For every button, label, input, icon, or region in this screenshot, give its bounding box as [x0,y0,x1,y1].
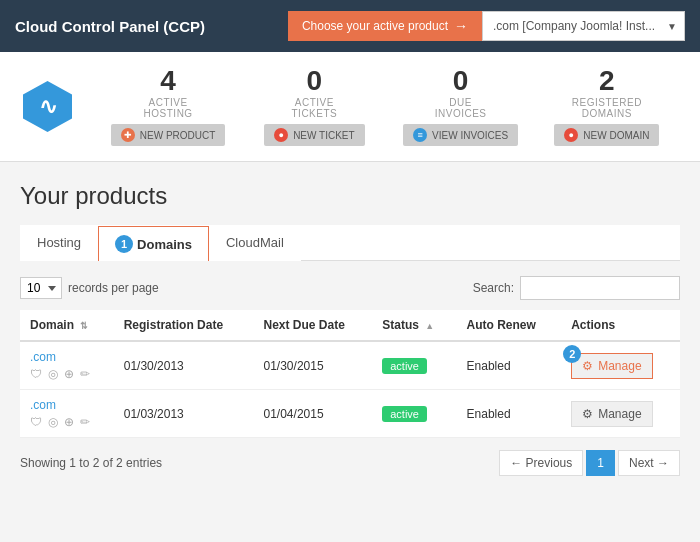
page-1-button[interactable]: 1 [586,450,615,476]
domain-icon-1[interactable]: 🛡 [30,367,42,381]
actions-cell: 2 ⚙ Manage [561,341,680,390]
hosting-count: 4 [160,67,176,95]
pagination-controls: ← Previous 1 Next → [499,450,680,476]
new-product-icon: ✚ [121,128,135,142]
col-actions: Actions [561,310,680,341]
pagination-info: Showing 1 to 2 of 2 entries [20,456,162,470]
domain-action-icons: 🛡 ◎ ⊕ ✏ [30,367,104,381]
stat-tickets: 0 ACTIVETICKETS ● NEW TICKET [241,67,387,146]
product-tabs: Hosting 1 Domains CloudMail [20,225,680,261]
stat-hosting: 4 ACTIVEHOSTING ✚ NEW PRODUCT [95,67,241,146]
col-status: Status ▲ [372,310,456,341]
app-logo: ∿ [20,79,75,134]
domain-edit-icon[interactable]: ✏ [80,415,90,429]
new-ticket-icon: ● [274,128,288,142]
tab-hosting[interactable]: Hosting [20,226,98,261]
domain-link[interactable]: .com [30,398,104,412]
header: Cloud Control Panel (CCP) Choose your ac… [0,0,700,52]
prev-page-button[interactable]: ← Previous [499,450,583,476]
domain-icon-2[interactable]: ◎ [48,367,58,381]
per-page-select[interactable]: 10 25 50 [20,277,62,299]
col-due-date: Next Due Date [254,310,373,341]
product-dropdown-wrapper: .com [Company Joomla! Inst... [482,11,685,41]
domain-cell: .com 🛡 ◎ ⊕ ✏ [20,390,114,438]
new-domain-icon: ● [564,128,578,142]
invoices-count: 0 [453,67,469,95]
auto-renew-cell: Enabled [457,390,562,438]
status-sort-icon[interactable]: ▲ [425,321,434,331]
col-reg-date: Registration Date [114,310,254,341]
domain-action-icons: 🛡 ◎ ⊕ ✏ [30,415,104,429]
search-control: Search: [473,276,680,300]
domain-edit-icon[interactable]: ✏ [80,367,90,381]
manage-button[interactable]: ⚙ Manage [571,401,652,427]
hosting-label: ACTIVEHOSTING [144,97,193,119]
manage-label: Manage [598,359,641,373]
annotation-badge-manage: 2 [563,345,581,363]
domain-icon-1[interactable]: 🛡 [30,415,42,429]
domain-icon-3[interactable]: ⊕ [64,415,74,429]
stat-invoices: 0 DUEINVOICES ≡ VIEW INVOICES [388,67,534,146]
domains-table: Domain ⇅ Registration Date Next Due Date… [20,310,680,438]
page-title: Your products [20,182,680,210]
domain-icon-3[interactable]: ⊕ [64,367,74,381]
status-badge: active [382,358,427,374]
next-page-button[interactable]: Next → [618,450,680,476]
auto-renew-cell: Enabled [457,341,562,390]
view-invoices-icon: ≡ [413,128,427,142]
tickets-label: ACTIVETICKETS [292,97,338,119]
per-page-label: records per page [68,281,159,295]
col-domain: Domain ⇅ [20,310,114,341]
new-domain-button[interactable]: ● NEW DOMAIN [554,124,659,146]
search-input[interactable] [520,276,680,300]
search-label: Search: [473,281,514,295]
stat-domains: 2 REGISTEREDDOMAINS ● NEW DOMAIN [534,67,680,146]
manage-icon: ⚙ [582,359,593,373]
actions-cell: ⚙ Manage [561,390,680,438]
domains-count: 2 [599,67,615,95]
col-auto-renew: Auto Renew [457,310,562,341]
reg-date-cell: 01/30/2013 [114,341,254,390]
tab-cloudmail[interactable]: CloudMail [209,226,301,261]
domain-cell: .com 🛡 ◎ ⊕ ✏ [20,341,114,390]
tickets-count: 0 [307,67,323,95]
domain-icon-2[interactable]: ◎ [48,415,58,429]
table-row: .com 🛡 ◎ ⊕ ✏ 01/03/2013 01/04/2015 activ… [20,390,680,438]
table-header-row: Domain ⇅ Registration Date Next Due Date… [20,310,680,341]
domains-label: REGISTEREDDOMAINS [572,97,642,119]
tab-domains-badge: 1 [115,235,133,253]
pagination: Showing 1 to 2 of 2 entries ← Previous 1… [20,450,680,476]
invoices-label: DUEINVOICES [435,97,487,119]
reg-date-cell: 01/03/2013 [114,390,254,438]
choose-product-label: Choose your active product [302,19,448,33]
new-product-button[interactable]: ✚ NEW PRODUCT [111,124,226,146]
main-content: Your products Hosting 1 Domains CloudMai… [0,162,700,496]
domain-sort-icon[interactable]: ⇅ [80,321,88,331]
new-ticket-button[interactable]: ● NEW TICKET [264,124,364,146]
table-row: .com 🛡 ◎ ⊕ ✏ 01/30/2013 01/30/2015 activ… [20,341,680,390]
app-title: Cloud Control Panel (CCP) [15,18,288,35]
due-date-cell: 01/30/2015 [254,341,373,390]
status-badge: active [382,406,427,422]
due-date-cell: 01/04/2015 [254,390,373,438]
manage-label: Manage [598,407,641,421]
svg-text:∿: ∿ [39,94,57,119]
view-invoices-button[interactable]: ≡ VIEW INVOICES [403,124,518,146]
choose-product-button[interactable]: Choose your active product → [288,11,482,41]
status-cell: active [372,390,456,438]
domain-link[interactable]: .com [30,350,104,364]
manage-icon: ⚙ [582,407,593,421]
per-page-control: 10 25 50 records per page [20,277,159,299]
stats-bar: ∿ 4 ACTIVEHOSTING ✚ NEW PRODUCT 0 ACTIVE… [0,52,700,162]
tab-domains[interactable]: 1 Domains [98,226,209,261]
product-select[interactable]: .com [Company Joomla! Inst... [482,11,685,41]
arrow-right-icon: → [454,18,468,34]
table-controls: 10 25 50 records per page Search: [20,276,680,300]
status-cell: active [372,341,456,390]
manage-button[interactable]: ⚙ Manage [571,353,652,379]
